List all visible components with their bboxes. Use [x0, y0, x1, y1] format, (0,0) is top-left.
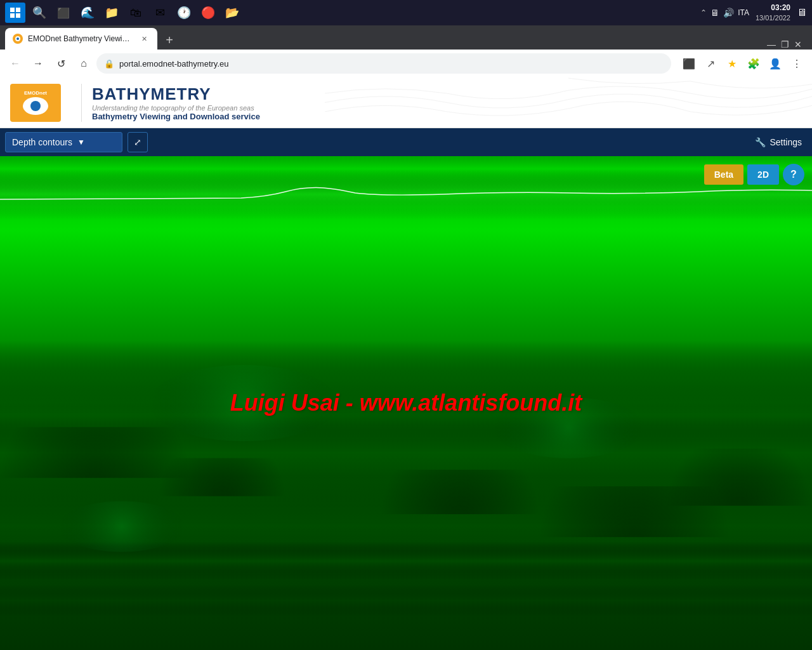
mail-icon[interactable]: ✉: [150, 3, 170, 23]
profile-btn[interactable]: 👤: [765, 53, 785, 74]
back-button[interactable]: ←: [5, 53, 25, 74]
map-area[interactable]: Beta 2D ? Luigi Usai - www.atlantisfound…: [0, 156, 812, 650]
logo-pupil: [30, 101, 41, 111]
svg-rect-0: [10, 8, 15, 12]
nav-actions: ⬛ ↗ ★ 🧩 👤 ⋮: [679, 53, 807, 74]
bathymetry-service: Bathymetry Viewing and Download service: [92, 112, 802, 121]
expand-button[interactable]: ⤢: [128, 132, 148, 152]
network-icon: 🖥: [710, 8, 719, 18]
menu-btn[interactable]: ⋮: [787, 53, 807, 74]
layer-dropdown[interactable]: Depth contours ▼: [5, 132, 122, 152]
screenshot-btn[interactable]: ⬛: [679, 53, 699, 74]
browser-nav-bar: ← → ↺ ⌂ 🔒 portal.emodnet-bathymetry.eu ⬛…: [0, 50, 812, 77]
edge-icon[interactable]: 🌊: [77, 3, 98, 23]
tray-chevron[interactable]: ⌃: [700, 8, 707, 17]
browser-tab-bar: EMODnet Bathymetry Viewing a... ✕ + — ❐ …: [0, 25, 812, 50]
beta-button[interactable]: Beta: [704, 164, 743, 185]
svg-rect-2: [10, 13, 15, 18]
notifications-icon[interactable]: 🖥: [797, 7, 807, 18]
tab-minimize-btn[interactable]: —: [767, 39, 776, 50]
store-icon[interactable]: 🛍: [126, 3, 146, 23]
url-text: portal.emodnet-bathymetry.eu: [119, 59, 664, 69]
search-taskbar-icon[interactable]: 🔍: [29, 3, 49, 23]
active-tab[interactable]: EMODnet Bathymetry Viewing a... ✕: [5, 28, 157, 50]
svg-point-6: [16, 37, 19, 40]
folder-icon[interactable]: 📂: [222, 3, 242, 23]
taskbar-right-area: ⌃ 🖥 🔊 ITA 03:20 13/01/2022 🖥: [700, 3, 807, 23]
task-view-icon[interactable]: ⬛: [53, 3, 74, 23]
home-button[interactable]: ⌂: [74, 53, 94, 74]
twod-button[interactable]: 2D: [747, 164, 779, 185]
system-clock[interactable]: 03:20 13/01/2022: [756, 3, 790, 23]
address-bar[interactable]: 🔒 portal.emodnet-bathymetry.eu: [96, 53, 671, 74]
bathymetry-subtitle: Understanding the topography of the Euro…: [92, 104, 802, 112]
tab-favicon: [13, 34, 23, 44]
clock-icon[interactable]: 🕐: [174, 3, 194, 23]
new-tab-button[interactable]: +: [160, 30, 179, 50]
settings-button[interactable]: 🔧 Settings: [750, 135, 807, 150]
emodnet-logo: EMODnet: [10, 84, 61, 122]
windows-taskbar: 🔍 ⬛ 🌊 📁 🛍 ✉ 🕐 🔴 📂 ⌃ 🖥 🔊 ITA 03:20 13/01/…: [0, 0, 812, 25]
tab-close-button[interactable]: ✕: [138, 33, 150, 44]
tab-restore-btn[interactable]: ❐: [781, 39, 789, 50]
emodnet-header: EMODnet BATHYMETRY Understanding the top…: [0, 77, 812, 128]
settings-icon: 🔧: [755, 137, 766, 147]
share-btn[interactable]: ↗: [700, 53, 721, 74]
lock-icon: 🔒: [104, 59, 114, 69]
settings-label: Settings: [769, 137, 802, 147]
map-controls: Beta 2D ?: [704, 164, 804, 185]
clock-time: 03:20: [756, 3, 790, 13]
files-icon[interactable]: 📁: [102, 3, 122, 23]
system-tray: ⌃ 🖥 🔊 ITA: [700, 8, 749, 18]
header-divider: [81, 84, 82, 122]
tab-label: EMODnet Bathymetry Viewing a...: [28, 34, 133, 43]
bathymetry-title: BATHYMETRY: [92, 84, 802, 104]
forward-button[interactable]: →: [28, 53, 48, 74]
bathymetry-canvas: [0, 156, 812, 650]
expand-icon: ⤢: [134, 137, 141, 147]
logo-eye: [23, 97, 48, 115]
extensions-btn[interactable]: 🧩: [743, 53, 764, 74]
volume-icon[interactable]: 🔊: [723, 8, 734, 18]
help-button[interactable]: ?: [783, 164, 804, 185]
clock-date: 13/01/2022: [756, 13, 790, 23]
language-indicator: ITA: [738, 8, 749, 17]
emodnet-title-area: BATHYMETRY Understanding the topography …: [92, 84, 802, 121]
reload-button[interactable]: ↺: [51, 53, 71, 74]
tab-close-window-btn[interactable]: ✕: [794, 39, 802, 50]
dropdown-arrow-icon: ▼: [77, 138, 85, 147]
layer-dropdown-label: Depth contours: [12, 137, 72, 147]
chrome-icon[interactable]: 🔴: [198, 3, 218, 23]
svg-rect-3: [16, 13, 20, 18]
svg-rect-1: [16, 8, 20, 12]
start-button[interactable]: [5, 3, 25, 23]
logo-brand-text: EMODnet: [23, 90, 48, 96]
bookmark-btn[interactable]: ★: [722, 53, 742, 74]
app-toolbar: Depth contours ▼ ⤢ 🔧 Settings: [0, 128, 812, 156]
